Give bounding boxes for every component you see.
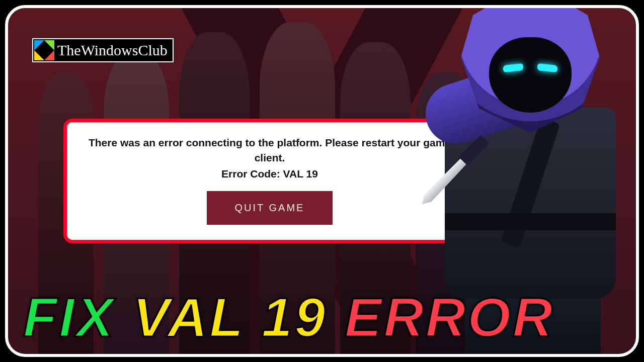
headline-word-fix: FIX — [23, 290, 115, 345]
headline-word-error: ERROR — [345, 290, 554, 345]
windowsclub-logo-icon — [34, 40, 54, 60]
thumbnail-frame: TheWindowsClub There was an error connec… — [5, 5, 639, 357]
eye-glow-icon — [537, 63, 557, 72]
headline-text: FIX VAL 19 ERROR — [23, 290, 554, 345]
error-message: There was an error connecting to the pla… — [82, 135, 457, 166]
headline-word-val19: VAL 19 — [133, 290, 328, 345]
site-badge: TheWindowsClub — [32, 38, 174, 62]
eye-glow-icon — [503, 63, 523, 72]
character-face — [489, 37, 572, 113]
site-badge-text: TheWindowsClub — [57, 42, 168, 59]
error-code: Error Code: VAL 19 — [82, 168, 457, 180]
quit-game-button[interactable]: QUIT GAME — [207, 191, 333, 225]
character-belt — [445, 213, 616, 230]
